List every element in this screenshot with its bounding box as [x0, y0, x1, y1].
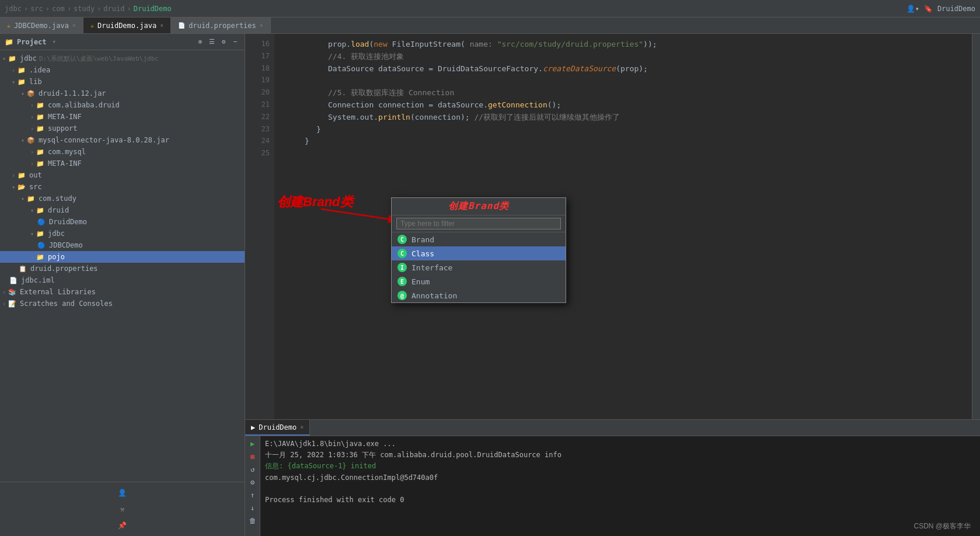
tab-druiddemo[interactable]: ☕ DruidDemo.java × — [83, 18, 171, 33]
breadcrumb-jdbc[interactable]: jdbc — [5, 5, 22, 13]
tab-bar: ☕ JDBCDemo.java × ☕ DruidDemo.java × 📄 d… — [0, 18, 980, 34]
tree-item-scratches[interactable]: › 📝 Scratches and Consoles — [0, 298, 245, 309]
tree-item-druid-properties[interactable]: 📋 druid.properties — [0, 263, 245, 274]
tab-label-druiddemo: DruidDemo.java — [97, 22, 156, 30]
popup-item-interface-label: Interface — [411, 263, 452, 272]
class-icon: C — [397, 249, 407, 258]
run-tab-label: DruidDemo — [259, 423, 297, 431]
java-icon: ☕ — [7, 22, 11, 29]
account-icon[interactable]: 👤▾ — [906, 5, 919, 13]
props-icon: 📄 — [178, 22, 185, 29]
tab-close-druidprops[interactable]: × — [260, 22, 263, 29]
tree-item-druid-pkg[interactable]: ▾ 📁 druid — [0, 204, 245, 216]
popup-item-class-label: Class — [411, 249, 434, 258]
popup-item-enum[interactable]: E Enum — [392, 274, 566, 288]
tree-item-com-mysql[interactable]: › 📁 com.mysql — [0, 146, 245, 158]
editor-content: 16 17 18 19 20 21 22 23 24 25 prop.load(… — [245, 34, 980, 419]
tree-item-meta-inf-1[interactable]: › 📁 META-INF — [0, 111, 245, 123]
tree-item-jdbc-iml[interactable]: 📄 jdbc.iml — [0, 274, 245, 286]
scroll-up-btn[interactable]: ↑ — [247, 490, 258, 500]
tab-jdbcdemo[interactable]: ☕ JDBCDemo.java × — [0, 18, 83, 33]
sidebar-toolbar: ⊕ ☰ ⚙ − — [196, 37, 240, 47]
tab-close-jdbcdemo[interactable]: × — [72, 22, 76, 29]
breadcrumb-com[interactable]: com — [52, 5, 65, 13]
settings-btn[interactable]: ⚙ — [247, 477, 258, 488]
sidebar-header: 📁 Project ▾ ⊕ ☰ ⚙ − — [0, 34, 245, 50]
code-line-22: System.out.println(connection); //获取到了连接… — [281, 112, 965, 124]
popup-item-annotation[interactable]: @ Annotation — [392, 288, 566, 302]
tree-item-support[interactable]: › 📁 support — [0, 123, 245, 134]
tree-item-druiddemo[interactable]: 🔵 DruidDemo — [0, 216, 245, 228]
app-title: DruidDemo — [937, 5, 975, 13]
sidebar-toolbar-collapse[interactable]: ☰ — [207, 37, 217, 47]
tree-item-com-alibaba[interactable]: › 📁 com.alibaba.druid — [0, 99, 245, 111]
run-btn[interactable]: ▶ — [247, 438, 258, 449]
popup-search-input[interactable] — [396, 218, 561, 229]
sidebar-title: Project — [17, 38, 47, 46]
tree-item-jdbc-pkg[interactable]: ▾ 📁 jdbc — [0, 228, 245, 239]
stop-btn[interactable]: ■ — [247, 451, 258, 462]
tree-item-src[interactable]: ▾ 📂 src — [0, 181, 245, 193]
bottom-panel-inner: ▶ ■ ↺ ⚙ ↑ ↓ 🗑 E:\JAVA\jdk1.8\bin\java.ex… — [245, 436, 980, 536]
bottom-panel: ▶ DruidDemo × ▶ ■ ↺ ⚙ ↑ ↓ 🗑 E:\ — [245, 419, 980, 536]
watermark: CSDN @极客李华 — [913, 521, 971, 531]
sidebar-toolbar-settings[interactable]: ⚙ — [219, 37, 228, 47]
code-line-25 — [281, 148, 965, 160]
code-line-20: //5. 获取数据库连接 Connection — [281, 87, 965, 99]
top-bar: jdbc › src › com › study › druid › Druid… — [0, 0, 980, 18]
tree-item-lib[interactable]: ▾ 📁 lib — [0, 76, 245, 88]
scroll-down-btn[interactable]: ↓ — [247, 503, 258, 513]
console-line-info: 十一月 25, 2022 1:03:36 下午 com.alibaba.drui… — [265, 450, 975, 461]
popup-item-brand[interactable]: C Brand — [392, 232, 566, 246]
brand-icon: C — [397, 235, 407, 244]
popup-item-annotation-label: Annotation — [411, 291, 457, 300]
tree-item-mysql-jar[interactable]: ▾ 📦 mysql-connector-java-8.0.28.jar — [0, 134, 245, 146]
clear-btn[interactable]: 🗑 — [247, 516, 258, 526]
sidebar-toolbar-sync[interactable]: ⊕ — [196, 37, 205, 47]
new-file-popup[interactable]: 创建Brand类 C Brand C Class — [391, 197, 566, 303]
code-line-17: //4. 获取连接池对象 — [281, 51, 965, 63]
tree-item-jdbcdemo[interactable]: 🔵 JDBCDemo — [0, 239, 245, 251]
code-line-16: prop.load(new FileInputStream( name: "sr… — [281, 39, 965, 51]
popup-title: 创建Brand类 — [392, 198, 566, 215]
tree-item-com-study[interactable]: ▾ 📁 com.study — [0, 193, 245, 204]
popup-item-brand-label: Brand — [411, 235, 434, 244]
console-output: E:\JAVA\jdk1.8\bin\java.exe ... 十一月 25, … — [260, 436, 980, 536]
java-icon-2: ☕ — [90, 22, 94, 29]
console-line-exit: Process finished with exit code 0 — [265, 495, 975, 506]
tree-item-druid-jar[interactable]: ▾ 📦 druid-1.1.12.jar — [0, 88, 245, 99]
rerun-btn[interactable]: ↺ — [247, 464, 258, 475]
popup-item-interface[interactable]: I Interface — [392, 260, 566, 274]
right-scrollbar[interactable] — [972, 34, 980, 419]
project-tree: ▾ 📁 jdbc D:\系统默认\桌面\web\JavaWeb\jdbc › 📁… — [0, 50, 245, 482]
tab-druidprops[interactable]: 📄 druid.properties × — [171, 18, 271, 33]
breadcrumb: jdbc › src › com › study › druid › Druid… — [5, 5, 172, 13]
tree-item-meta-inf-2[interactable]: › 📁 META-INF — [0, 158, 245, 169]
sidebar-build-btn[interactable]: ⚒ — [117, 503, 128, 515]
tree-item-idea[interactable]: › 📁 .idea — [0, 64, 245, 76]
breadcrumb-druiddemo[interactable]: DruidDemo — [134, 5, 172, 13]
tree-item-jdbc[interactable]: ▾ 📁 jdbc D:\系统默认\桌面\web\JavaWeb\jdbc — [0, 53, 245, 64]
run-tab-close[interactable]: × — [300, 424, 304, 430]
bottom-tab-run[interactable]: ▶ DruidDemo × — [245, 420, 310, 436]
code-line-19 — [281, 75, 965, 87]
popup-item-class[interactable]: C Class — [392, 246, 566, 260]
sidebar-toolbar-minimize[interactable]: − — [231, 37, 240, 47]
bookmark-icon[interactable]: 🔖 — [924, 5, 933, 13]
popup-search[interactable] — [392, 215, 566, 232]
sidebar-structure-btn[interactable]: 👤 — [117, 487, 128, 499]
popup-list: C Brand C Class I Interface E — [392, 232, 566, 302]
sidebar-pin-btn[interactable]: 📌 — [117, 520, 128, 531]
tree-item-out[interactable]: › 📁 out — [0, 169, 245, 181]
code-panel[interactable]: prop.load(new FileInputStream( name: "sr… — [274, 34, 972, 419]
console-line-blank — [265, 483, 975, 495]
tab-label-druidprops: druid.properties — [189, 22, 256, 30]
tab-close-druiddemo[interactable]: × — [160, 22, 163, 29]
tree-item-pojo[interactable]: › 📁 pojo — [0, 251, 245, 263]
breadcrumb-src[interactable]: src — [30, 5, 43, 13]
tree-item-ext-lib[interactable]: › 📚 External Libraries — [0, 286, 245, 298]
breadcrumb-study[interactable]: study — [74, 5, 95, 13]
interface-icon: I — [397, 263, 407, 272]
breadcrumb-druid[interactable]: druid — [103, 5, 124, 13]
console-line-cmd: E:\JAVA\jdk1.8\bin\java.exe ... — [265, 438, 975, 450]
